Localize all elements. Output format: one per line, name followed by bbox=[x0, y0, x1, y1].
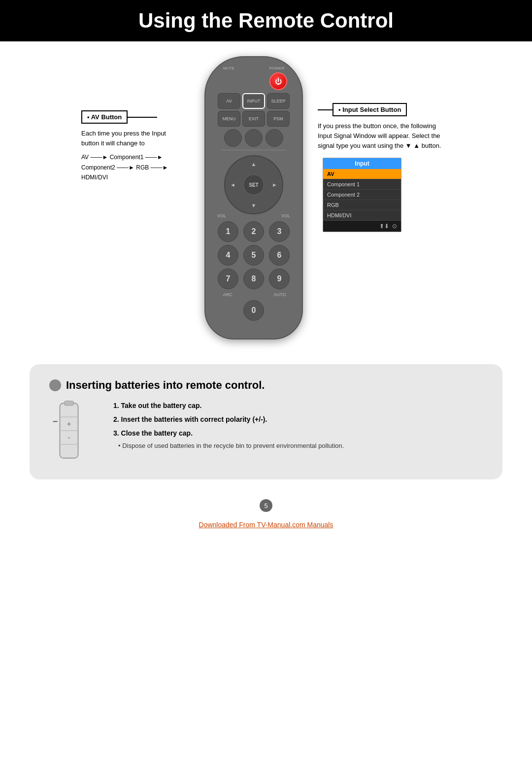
footer-link[interactable]: Downloaded From TV-Manual.com Manuals bbox=[0, 521, 532, 529]
av-callout-line bbox=[128, 117, 157, 118]
input-callout-line bbox=[318, 109, 332, 110]
arc-btn[interactable] bbox=[218, 300, 238, 321]
battery-note: • Dispose of used batteries in the recyc… bbox=[113, 442, 483, 449]
nav-icon: ⬆⬇ bbox=[379, 223, 389, 230]
battery-content: Inserting batteries into remote control.… bbox=[49, 379, 483, 465]
input-item-av[interactable]: AV bbox=[323, 169, 401, 179]
set-button[interactable]: SET bbox=[243, 174, 264, 195]
num-row-3: 7 8 9 bbox=[213, 269, 294, 289]
input-window-footer: ⬆⬇ ⊙ bbox=[323, 221, 401, 232]
power-label: POWER bbox=[269, 66, 284, 70]
left-annotations: • AV Button Each time you press the Inpu… bbox=[81, 56, 200, 182]
av-button-label: • AV Button bbox=[81, 110, 128, 124]
nav-left-arrow: ◄ bbox=[230, 182, 235, 188]
battery-title-row: Inserting batteries into remote control. bbox=[49, 379, 483, 392]
vol-right-label: VOL bbox=[281, 213, 290, 218]
extra-btn-row bbox=[213, 129, 294, 147]
auto-label: AUTO bbox=[269, 292, 290, 297]
battery-section: Inserting batteries into remote control.… bbox=[30, 364, 502, 479]
battery-steps-container: 1. Take out the battery cap. 2. Insert t… bbox=[113, 399, 483, 449]
right-annotations: • Input Select Button If you press the b… bbox=[308, 56, 451, 232]
page-number-row: 5 bbox=[0, 499, 532, 516]
battery-step2: 2. Insert the batteries with correct pol… bbox=[113, 415, 267, 423]
sleep-button[interactable]: SLEEP bbox=[267, 93, 290, 109]
input-select-label: • Input Select Button bbox=[332, 103, 407, 116]
num-btn-8[interactable]: 8 bbox=[243, 269, 264, 289]
av-description: Each time you press the Input button it … bbox=[81, 129, 200, 148]
first-btn-row: AV INPUT SLEEP bbox=[213, 93, 294, 109]
remote-top-labels: MUTE POWER bbox=[213, 66, 294, 70]
input-button[interactable]: INPUT bbox=[242, 93, 265, 109]
svg-text:+: + bbox=[67, 420, 71, 428]
num-btn-0[interactable]: 0 bbox=[243, 300, 264, 321]
remote-wrapper: MUTE POWER ⏻ AV INPUT SLEEP MENU EXIT PS… bbox=[200, 56, 308, 339]
power-button[interactable]: ⏻ bbox=[269, 72, 287, 90]
vol-left-label: VOL bbox=[217, 213, 226, 218]
extra-btn-2[interactable] bbox=[245, 129, 263, 147]
num-btn-6[interactable]: 6 bbox=[269, 245, 290, 266]
input-item-rgb[interactable]: RGB bbox=[323, 200, 401, 210]
num-btn-1[interactable]: 1 bbox=[218, 221, 238, 242]
av-button-callout: • AV Button bbox=[81, 110, 200, 124]
ok-icon: ⊙ bbox=[392, 223, 397, 230]
num-btn-3[interactable]: 3 bbox=[269, 221, 290, 242]
battery-body: + - 1. Take out the battery cap. 2. Inse… bbox=[49, 399, 483, 465]
power-icon: ⏻ bbox=[275, 77, 282, 85]
battery-svg: + - bbox=[49, 399, 89, 463]
page-number: 5 bbox=[260, 499, 272, 512]
exit-button[interactable]: EXIT bbox=[242, 111, 265, 127]
psm-button[interactable]: PSM bbox=[267, 111, 290, 127]
input-select-description: If you press the button once, the follow… bbox=[318, 121, 451, 151]
extra-btn-1[interactable] bbox=[224, 129, 242, 147]
power-row: ⏻ bbox=[213, 72, 294, 90]
remote-control: MUTE POWER ⏻ AV INPUT SLEEP MENU EXIT PS… bbox=[204, 56, 303, 339]
num-btn-5[interactable]: 5 bbox=[243, 245, 264, 266]
nav-circle[interactable]: ▲ ▼ ◄ ► SET bbox=[224, 155, 283, 214]
battery-steps: 1. Take out the battery cap. 2. Insert t… bbox=[113, 399, 483, 440]
auto-btn[interactable] bbox=[269, 300, 290, 321]
num-btn-2[interactable]: 2 bbox=[243, 221, 264, 242]
battery-step3: 3. Close the battery cap. bbox=[113, 429, 193, 437]
arc-auto-row: ARC AUTO bbox=[213, 292, 294, 297]
arc-label: ARC bbox=[217, 292, 238, 297]
num-row-bottom: 0 bbox=[213, 300, 294, 321]
nav-right-arrow: ► bbox=[272, 182, 277, 188]
input-item-component1[interactable]: Component 1 bbox=[323, 179, 401, 190]
input-select-callout: • Input Select Button bbox=[318, 103, 451, 116]
av-button[interactable]: AV bbox=[218, 93, 240, 109]
nav-up-arrow: ▲ bbox=[251, 161, 257, 167]
input-signal-window: Input AV Component 1 Component 2 RGB HDM… bbox=[323, 158, 401, 232]
num-btn-7[interactable]: 7 bbox=[218, 269, 238, 289]
battery-circle-icon bbox=[49, 379, 61, 391]
remote-divider bbox=[221, 150, 286, 150]
nav-circle-wrapper: ▲ ▼ ◄ ► SET bbox=[213, 155, 294, 214]
main-content: • AV Button Each time you press the Inpu… bbox=[0, 41, 532, 354]
num-row-1: 1 2 3 bbox=[213, 221, 294, 242]
input-item-component2[interactable]: Component 2 bbox=[323, 190, 401, 200]
page-footer: 5 Downloaded From TV-Manual.com Manuals bbox=[0, 489, 532, 534]
menu-button[interactable]: MENU bbox=[218, 111, 240, 127]
svg-text:-: - bbox=[68, 434, 70, 441]
page-header: Using the Remote Control bbox=[0, 0, 532, 41]
av-flow: AV ——► Component1 ——► Component2 ——► RGB… bbox=[81, 152, 200, 182]
page-title: Using the Remote Control bbox=[0, 9, 532, 33]
battery-title: Inserting batteries into remote control. bbox=[66, 379, 265, 392]
extra-btn-3[interactable] bbox=[266, 129, 283, 147]
second-btn-row: MENU EXIT PSM bbox=[213, 111, 294, 127]
input-window-header: Input bbox=[323, 158, 401, 169]
num-row-2: 4 5 6 bbox=[213, 245, 294, 266]
svg-rect-1 bbox=[65, 401, 74, 406]
battery-step1: 1. Take out the battery cap. bbox=[113, 402, 201, 409]
nav-down-arrow: ▼ bbox=[251, 203, 257, 208]
battery-illustration: + - bbox=[49, 399, 99, 465]
num-btn-9[interactable]: 9 bbox=[269, 269, 290, 289]
mute-label: MUTE bbox=[223, 66, 234, 70]
num-btn-4[interactable]: 4 bbox=[218, 245, 238, 266]
input-item-hdmi[interactable]: HDMI/DVI bbox=[323, 210, 401, 221]
